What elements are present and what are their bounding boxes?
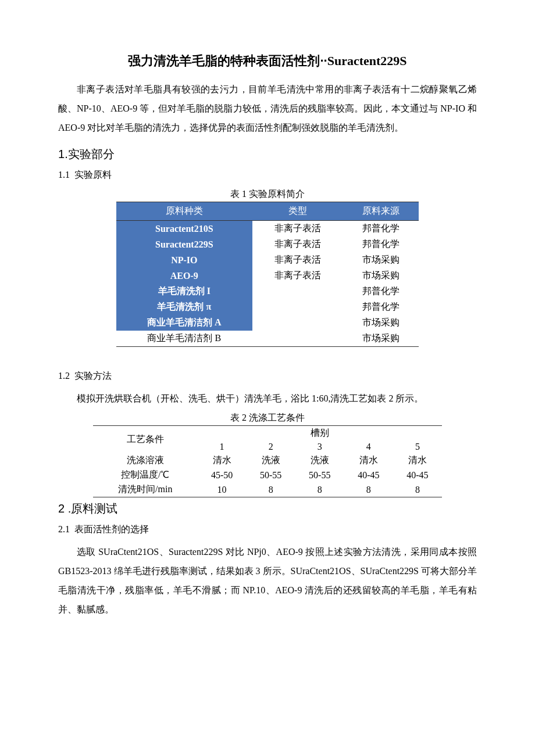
t2-cell: 50-55	[295, 468, 344, 482]
t1-type-cell	[252, 331, 343, 347]
t1-header: 原料种类	[116, 202, 252, 221]
page-title: 强力清洗羊毛脂的特种表面活性剂··Suractent229S	[58, 52, 477, 70]
section-number: 1.2	[58, 371, 70, 381]
t2-cell: 8	[344, 482, 393, 497]
table-1-wrap: 原料种类 类型 原料来源 Suractent210S非离子表活邦普化学Surac…	[116, 202, 419, 347]
t1-name-cell: Suractent210S	[116, 221, 252, 237]
t2-corner: 工艺条件	[93, 426, 198, 454]
t1-source-cell: 市场采购	[343, 268, 419, 284]
t2-col-header: 1	[198, 440, 247, 453]
t1-type-cell: 非离子表活	[252, 237, 343, 252]
t1-source-cell: 市场采购	[343, 252, 419, 268]
t2-col-header: 2	[247, 440, 295, 453]
t2-row-label: 洗涤溶液	[93, 453, 198, 468]
t1-name-cell: AEO-9	[116, 268, 252, 284]
section-title: 原料测试	[71, 502, 117, 515]
t2-cell: 45-50	[198, 468, 247, 482]
t1-name-cell: 羊毛清洗剂 π	[116, 299, 252, 315]
t1-source-cell: 邦普化学	[343, 237, 419, 252]
t2-col-header: 5	[393, 440, 442, 453]
t2-cell: 40-45	[344, 468, 393, 482]
t2-cell: 洗液	[295, 453, 344, 468]
section-number: 2	[58, 502, 65, 515]
title-cn: 强力清洗羊毛脂的特种表面活性剂··	[128, 53, 327, 68]
t1-type-cell	[252, 315, 343, 331]
section-title: 表面活性剂的选择	[74, 524, 149, 534]
section-number: 2.1	[58, 524, 70, 534]
t1-header: 类型	[252, 202, 343, 221]
t1-source-cell: 邦普化学	[343, 221, 419, 237]
t1-source-cell: 邦普化学	[343, 299, 419, 315]
t2-col-header: 3	[295, 440, 344, 453]
t1-name-cell: 商业羊毛清洁剂 B	[116, 331, 252, 347]
section-1-heading: 1.实验部分	[58, 146, 477, 162]
t1-source-cell: 市场采购	[343, 331, 419, 347]
t2-cell: 40-45	[393, 468, 442, 482]
table-2: 工艺条件 槽别 12345 洗涤溶液清水洗液洗液清水清水控制温度/℃45-505…	[93, 425, 442, 497]
t2-cell: 清水	[393, 453, 442, 468]
t2-super-header: 槽别	[198, 426, 442, 441]
t1-type-cell: 非离子表活	[252, 221, 343, 237]
t2-cell: 8	[295, 482, 344, 497]
t2-col-header: 4	[344, 440, 393, 453]
section-1-2-body: 模拟开洗烘联合机（开松、洗毛、烘干）清洗羊毛，浴比 1:60,清洗工艺如表 2 …	[58, 389, 477, 409]
t1-source-cell: 市场采购	[343, 315, 419, 331]
section-title: 实验方法	[74, 371, 112, 381]
section-2-1-heading: 2.1 表面活性剂的选择	[58, 524, 477, 536]
t1-name-cell: 羊毛清洗剂 I	[116, 284, 252, 299]
t2-row-label: 清洗时间/min	[93, 482, 198, 497]
title-en: Suractent229S	[327, 53, 407, 68]
t2-cell: 清水	[198, 453, 247, 468]
t1-source-cell: 邦普化学	[343, 284, 419, 299]
t1-name-cell: NP-IO	[116, 252, 252, 268]
table-2-caption: 表 2 洗涤工艺条件	[58, 412, 477, 424]
intro-paragraph: 非离子表活对羊毛脂具有较强的去污力，目前羊毛清洗中常用的非离子表活有十二烷醇聚氧…	[58, 80, 477, 137]
t1-type-cell: 非离子表活	[252, 252, 343, 268]
t2-cell: 10	[198, 482, 247, 497]
section-number: 1	[58, 148, 65, 160]
t1-header: 原料来源	[343, 202, 419, 221]
section-2-heading: 2 .原料测试	[58, 501, 477, 517]
table-1: 原料种类 类型 原料来源 Suractent210S非离子表活邦普化学Surac…	[116, 202, 419, 347]
t2-cell: 8	[247, 482, 295, 497]
t1-name-cell: 商业羊毛清洁剂 A	[116, 315, 252, 331]
section-number: 1.1	[58, 170, 70, 180]
t2-cell: 50-55	[247, 468, 295, 482]
section-title: 实验原料	[74, 170, 112, 180]
t2-row-label: 控制温度/℃	[93, 468, 198, 482]
section-1-1-heading: 1.1 实验原料	[58, 169, 477, 181]
t2-cell: 洗液	[247, 453, 295, 468]
section-title: 实验部分	[68, 148, 115, 160]
section-2-1-body: 选取 SUraCtent21OS、Suractent229S 对比 NPj0、A…	[58, 543, 477, 619]
t1-type-cell: 非离子表活	[252, 268, 343, 284]
table-1-caption: 表 1 实验原料简介	[58, 188, 477, 200]
table-2-wrap: 工艺条件 槽别 12345 洗涤溶液清水洗液洗液清水清水控制温度/℃45-505…	[93, 425, 442, 497]
t2-cell: 清水	[344, 453, 393, 468]
t1-type-cell	[252, 299, 343, 315]
t1-type-cell	[252, 284, 343, 299]
section-1-2-heading: 1.2 实验方法	[58, 370, 477, 382]
t2-cell: 8	[393, 482, 442, 497]
dot: .	[65, 502, 71, 515]
t1-name-cell: Suractent229S	[116, 237, 252, 252]
